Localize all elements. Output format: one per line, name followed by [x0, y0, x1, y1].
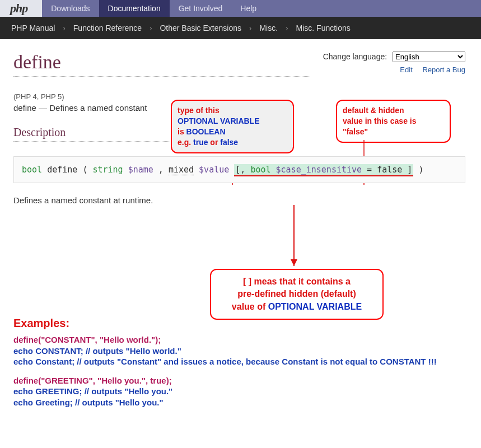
- language-box: Change language: English Edit Report a B…: [323, 52, 465, 74]
- sig-opt-r: ]: [402, 165, 412, 175]
- nav-help[interactable]: Help: [231, 0, 265, 17]
- sig-opt-default: false: [377, 165, 402, 175]
- callout-text: true: [193, 138, 208, 147]
- crumb-other[interactable]: Other Basic Extensions: [160, 24, 241, 32]
- example-block-2: define("GREETING", "Hello you.", true); …: [13, 375, 465, 408]
- runtime-desc: Defines a named constant at runtime.: [13, 195, 465, 205]
- report-bug-link[interactable]: Report a Bug: [422, 66, 465, 74]
- nav-get-involved[interactable]: Get Involved: [170, 0, 232, 17]
- language-select[interactable]: English: [393, 52, 465, 62]
- crumb-sep: ›: [63, 24, 66, 32]
- page-body: define Change language: English Edit Rep…: [0, 39, 481, 430]
- top-nav: php Downloads Documentation Get Involved…: [0, 0, 481, 17]
- sig-opt-type: bool: [250, 165, 270, 175]
- callout-text: "false": [343, 127, 368, 136]
- dash: —: [36, 103, 49, 113]
- crumb-sep: ›: [286, 24, 288, 32]
- sig-opt-param: $case_insensitive: [276, 165, 362, 175]
- lang-label: Change language:: [323, 52, 387, 61]
- callout-text: [ ]: [243, 277, 251, 286]
- callout-optional-type: type of this OPTIONAL VARIABLE is BOOLEA…: [171, 100, 294, 153]
- callout-brackets-meaning: [ ] meas that it contains a pre-defined …: [210, 269, 384, 320]
- callout-text: e.g.: [178, 138, 193, 147]
- sig-paren-close: ): [418, 165, 423, 175]
- crumb-misc-func[interactable]: Misc. Functions: [296, 24, 351, 32]
- callout-text: BOOLEAN: [186, 127, 226, 136]
- sig-comma: ,: [158, 165, 169, 175]
- nav-downloads[interactable]: Downloads: [42, 0, 99, 17]
- sig-return-type: bool: [22, 165, 42, 175]
- callout-text: value of: [232, 302, 268, 311]
- example-line: define("CONSTANT", "Hello world.");: [13, 334, 465, 346]
- example-line: define("GREETING", "Hello you.", true);: [13, 375, 465, 386]
- crumb-funcref[interactable]: Function Reference: [73, 24, 142, 32]
- sig-func-name: define: [47, 165, 77, 175]
- callout-text: is: [178, 127, 186, 136]
- callout-text: pre-defined hidden (default): [237, 289, 356, 298]
- edit-link[interactable]: Edit: [400, 66, 412, 74]
- func-name: define: [13, 103, 36, 113]
- sig-paren: (: [82, 165, 92, 175]
- crumb-manual[interactable]: PHP Manual: [11, 24, 55, 32]
- example-line: echo Constant; // outputs "Constant" and…: [13, 356, 465, 367]
- callout-text: or: [208, 138, 220, 147]
- crumb-sep: ›: [249, 24, 252, 32]
- func-desc: Defines a named constant: [49, 103, 147, 113]
- sig-opt-l: [: [235, 165, 240, 175]
- breadcrumb: PHP Manual › Function Reference › Other …: [0, 17, 481, 39]
- callout-text: default & hidden: [343, 106, 404, 115]
- callout-default-value: default & hidden value in this case is "…: [336, 100, 451, 143]
- callout-text: type of this: [178, 106, 220, 115]
- example-line: echo GREETING; // outputs "Hello you.": [13, 386, 465, 397]
- sig-optional-block: [, bool $case_insensitive = false ]: [234, 165, 413, 176]
- php-logo[interactable]: php: [0, 0, 42, 17]
- sig-space: [271, 165, 276, 175]
- callout-text: OPTIONAL VARIABLE: [268, 302, 362, 311]
- sig-p2-type: mixed: [169, 165, 194, 175]
- example-line: echo CONSTANT; // outputs "Hello world.": [13, 346, 465, 357]
- nav-documentation[interactable]: Documentation: [99, 0, 170, 17]
- callout-text: false: [220, 138, 238, 147]
- crumb-sep: ›: [150, 24, 152, 32]
- sig-p2: $value: [199, 165, 229, 175]
- callout-text: OPTIONAL VARIABLE: [178, 116, 260, 125]
- sig-opt-eq: =: [362, 165, 377, 175]
- example-line: echo Greeting; // outputs "Hello you.": [13, 397, 465, 408]
- callout-text: meas that it contains a: [251, 277, 351, 286]
- page-title: define: [13, 52, 310, 77]
- function-signature: bool define ( string $name , mixed $valu…: [13, 156, 465, 183]
- examples-section: Examples: define("CONSTANT", "Hello worl…: [13, 317, 465, 419]
- sig-p1: $name: [128, 165, 153, 175]
- sig-p1-type: string: [92, 165, 123, 175]
- crumb-misc[interactable]: Misc.: [259, 24, 278, 32]
- sig-opt-comma: ,: [240, 165, 250, 175]
- section-description: Description: [13, 126, 181, 142]
- callout-text: value in this case is: [343, 116, 417, 125]
- example-block-1: define("CONSTANT", "Hello world."); echo…: [13, 334, 465, 367]
